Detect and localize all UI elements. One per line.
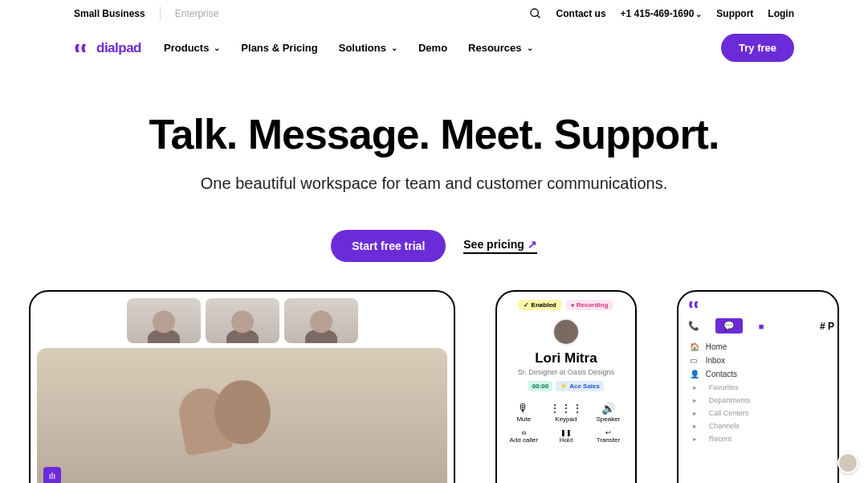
nav-plans-pricing[interactable]: Plans & Pricing <box>241 42 317 54</box>
start-free-trial-button[interactable]: Start free trial <box>331 230 446 262</box>
speaker-button[interactable]: 🔊Speaker <box>588 401 629 423</box>
transfer-button[interactable]: ↩Transfer <box>588 429 629 444</box>
team-tag: ⚡ Ace Sales <box>556 381 604 391</box>
inbox-icon: ▭ <box>690 356 699 365</box>
nav-demo[interactable]: Demo <box>418 42 447 54</box>
top-enterprise[interactable]: Enterprise <box>175 8 219 19</box>
arrow-icon: ↗ <box>528 238 537 251</box>
try-free-button[interactable]: Try free <box>721 34 794 62</box>
tab-messages[interactable]: 💬 <box>715 318 743 334</box>
hero-headline: Talk. Message. Meet. Support. <box>32 110 836 158</box>
mic-indicator-icon: ılı <box>43 467 61 483</box>
nav-home[interactable]: 🏠Home <box>690 340 833 354</box>
login-link[interactable]: Login <box>768 8 794 19</box>
top-small-business[interactable]: Small Business <box>74 8 145 19</box>
nav-inbox[interactable]: ▭Inbox <box>690 354 833 367</box>
brand-logo[interactable]: dialpad <box>74 40 141 56</box>
caller-role: Sr. Designer at Oasis Designs <box>503 368 629 376</box>
app-nav-card: 📞 💬 ■ # P 🏠Home ▭Inbox 👤Contacts ▸Favori… <box>677 290 839 483</box>
participant-thumb[interactable] <box>284 298 358 343</box>
hero-subhead: One beautiful workspace for team and cus… <box>32 174 836 193</box>
transfer-icon: ↩ <box>588 429 629 436</box>
tab-video[interactable]: ■ <box>759 321 764 331</box>
divider <box>160 6 161 21</box>
caller-name: Lori Mitra <box>503 350 629 366</box>
svg-line-1 <box>537 15 540 18</box>
channel-hash: # P <box>820 321 834 332</box>
add-caller-button[interactable]: ılıAdd caller <box>503 429 544 444</box>
participant-thumb[interactable] <box>206 298 279 343</box>
caller-avatar <box>552 318 580 346</box>
nav-recent[interactable]: ▸Recent <box>690 432 833 445</box>
nav-favorites[interactable]: ▸Favorites <box>690 381 833 394</box>
recording-tag: ● Recording <box>566 300 613 310</box>
keypad-icon: ⋮⋮⋮ <box>546 401 587 415</box>
participant-thumb[interactable] <box>127 298 201 343</box>
phone-link[interactable]: +1 415-469-1690⌄ <box>621 8 703 19</box>
nav-call-centers[interactable]: ▸Call Centers <box>690 407 833 420</box>
contact-link[interactable]: Contact us <box>556 8 606 19</box>
tab-phone[interactable]: 📞 <box>688 321 699 331</box>
chevron-down-icon: ⌄ <box>214 43 220 52</box>
nav-channels[interactable]: ▸Channels <box>690 420 833 432</box>
call-time: 00:00 <box>528 381 552 391</box>
mute-button[interactable]: 🎙Mute <box>503 401 544 423</box>
keypad-button[interactable]: ⋮⋮⋮Keypad <box>546 401 587 423</box>
speaker-icon: 🔊 <box>588 401 629 415</box>
hold-button[interactable]: ❚❚Hold <box>546 429 587 444</box>
mic-icon: 🎙 <box>503 401 544 415</box>
active-call-card: ✓ Enabled ● Recording Lori Mitra Sr. Des… <box>495 290 637 483</box>
nav-departments[interactable]: ▸Departments <box>690 394 833 407</box>
enabled-tag: ✓ Enabled <box>519 300 560 310</box>
add-icon: ılı <box>503 429 544 436</box>
logo-icon <box>74 43 92 54</box>
floating-avatar[interactable] <box>837 452 858 473</box>
nav-contacts[interactable]: 👤Contacts <box>690 367 833 381</box>
pause-icon: ❚❚ <box>546 429 587 436</box>
home-icon: 🏠 <box>690 342 699 351</box>
chevron-down-icon: ⌄ <box>391 43 397 52</box>
video-meeting-card: ılı John Harris <box>29 290 455 483</box>
see-pricing-link[interactable]: See pricing↗ <box>463 238 536 254</box>
brand-name: dialpad <box>96 40 141 56</box>
support-link[interactable]: Support <box>716 8 753 19</box>
search-icon[interactable] <box>529 7 542 20</box>
svg-point-0 <box>531 9 538 16</box>
nav-solutions[interactable]: Solutions⌄ <box>339 42 397 54</box>
nav-products[interactable]: Products⌄ <box>164 42 220 54</box>
logo-icon <box>685 298 837 313</box>
nav-resources[interactable]: Resources⌄ <box>468 42 532 54</box>
chevron-down-icon: ⌄ <box>527 43 533 52</box>
chevron-down-icon: ⌄ <box>695 10 702 18</box>
contacts-icon: 👤 <box>690 370 699 379</box>
main-video[interactable]: ılı John Harris <box>37 348 447 483</box>
